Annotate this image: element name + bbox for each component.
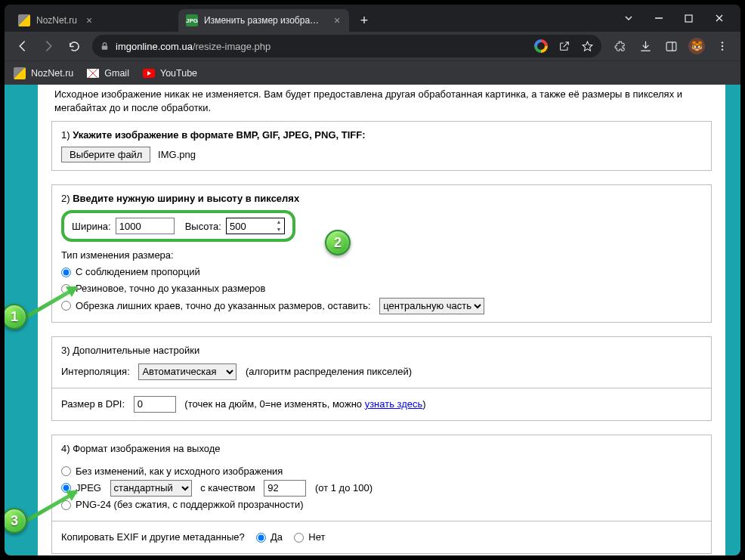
badge-1: 1 — [5, 304, 27, 330]
crop-position-select[interactable]: центральную часть — [379, 298, 484, 314]
exif-label: Копировать EXIF и другие метаданные? — [61, 529, 245, 546]
dpi-label: Размер в DPI: — [61, 396, 125, 413]
bookmark-label: YouTube — [160, 68, 197, 79]
sidepanel-button[interactable] — [659, 34, 683, 58]
radio-label: Нет — [308, 529, 325, 546]
bookmark-gmail[interactable]: Gmail — [87, 67, 129, 79]
tab-label: Изменить размер изображения — [204, 15, 325, 26]
tab-label: NozNet.ru — [36, 15, 77, 26]
titlebar: NozNet.ru × JPG Изменить размер изображе… — [5, 5, 740, 32]
svg-point-5 — [722, 42, 723, 43]
window-controls — [614, 5, 740, 32]
badge-3: 3 — [5, 508, 27, 534]
minimize-icon[interactable] — [654, 14, 669, 23]
bookmarks-bar: NozNet.ru Gmail YouTube — [5, 60, 740, 85]
page-content[interactable]: Исходное изображение никак не изменяется… — [38, 85, 725, 555]
radio-label: PNG-24 (без сжатия, с поддержкой прозрач… — [76, 497, 304, 513]
choose-file-button[interactable]: Выберите файл — [61, 147, 150, 162]
svg-rect-1 — [685, 15, 692, 22]
close-window-icon[interactable] — [715, 14, 730, 23]
radio-keep-proportions[interactable] — [61, 268, 71, 277]
svg-rect-3 — [666, 42, 676, 50]
bookmark-youtube[interactable]: YouTube — [143, 67, 197, 79]
reload-button[interactable] — [62, 34, 86, 58]
new-tab-button[interactable]: + — [354, 10, 375, 31]
browser-window: NozNet.ru × JPG Изменить размер изображе… — [5, 5, 740, 555]
address-bar[interactable]: imgonline.com.ua/resize-image.php — [92, 35, 601, 57]
gmail-icon — [87, 67, 99, 79]
close-icon[interactable]: × — [334, 14, 340, 26]
back-button[interactable] — [11, 34, 35, 58]
section-advanced: 3) Дополнительные настройки Интерполяция… — [51, 336, 712, 421]
badge-2: 2 — [325, 230, 351, 255]
bookmark-label: Gmail — [104, 68, 129, 79]
maximize-icon[interactable] — [685, 14, 700, 23]
quality-label: с качеством — [200, 480, 255, 497]
width-label: Ширина: — [72, 221, 111, 232]
toolbar: imgonline.com.ua/resize-image.php 🐯 — [5, 32, 740, 60]
section-dimensions: 2) Введите нужную ширину и высоту в пикс… — [51, 184, 712, 322]
dimensions-highlight: Ширина: Высота: ▲▼ — [61, 210, 295, 242]
intro-text: Исходное изображение никак не изменяется… — [51, 85, 712, 121]
chevron-down-icon[interactable] — [624, 14, 639, 23]
radio-label: Да — [270, 529, 283, 546]
radio-label: Обрезка лишних краев, точно до указанных… — [76, 298, 371, 314]
section-title: 4) Формат изображения на выходе — [61, 443, 702, 454]
section-upload: 1) Укажите изображение в формате BMP, GI… — [51, 121, 712, 171]
close-icon[interactable]: × — [86, 14, 92, 26]
google-icon[interactable] — [534, 39, 548, 53]
favicon-noznet — [18, 14, 30, 26]
tab-strip: NozNet.ru × JPG Изменить размер изображе… — [5, 5, 614, 32]
interpolation-label: Интерполяция: — [61, 364, 130, 380]
page-viewport: Исходное изображение никак не изменяется… — [5, 85, 740, 555]
youtube-icon — [143, 67, 155, 79]
spinner-icon[interactable]: ▲▼ — [274, 218, 284, 234]
dpi-note: (точек на дюйм, 0=не изменять, можно узн… — [184, 396, 425, 413]
radio-format-same[interactable] — [61, 466, 71, 476]
radio-label: Резиновое, точно до указанных размеров — [76, 280, 265, 297]
radio-label: Без изменений, как у исходного изображен… — [76, 463, 283, 480]
lock-icon — [100, 42, 110, 51]
forward-button[interactable] — [36, 34, 60, 58]
favicon-noznet — [14, 67, 26, 79]
downloads-button[interactable] — [633, 34, 657, 58]
quality-input[interactable] — [264, 480, 306, 497]
svg-point-6 — [722, 45, 723, 47]
favicon-jpg: JPG — [186, 14, 198, 26]
share-icon[interactable] — [558, 40, 570, 52]
radio-exif-no[interactable] — [294, 533, 304, 543]
menu-button[interactable] — [710, 34, 734, 58]
tab-imgonline[interactable]: JPG Изменить размер изображения × — [178, 9, 349, 32]
radio-crop[interactable] — [61, 301, 71, 311]
radio-exif-yes[interactable] — [256, 533, 266, 543]
section-title: 2) Введите нужную ширину и высоту в пикс… — [61, 193, 702, 204]
section-output-format: 4) Формат изображения на выходе Без изме… — [51, 435, 712, 554]
selected-filename: IMG.png — [158, 149, 196, 160]
star-icon[interactable] — [581, 40, 594, 53]
section-title: 3) Дополнительные настройки — [61, 345, 702, 356]
dpi-input[interactable] — [134, 396, 176, 413]
jpeg-type-select[interactable]: стандартный — [110, 480, 192, 497]
profile-avatar[interactable]: 🐯 — [685, 34, 709, 58]
height-label: Высота: — [185, 221, 221, 232]
width-input[interactable] — [116, 218, 175, 234]
interpolation-note: (алгоритм распределения пикселей) — [246, 364, 412, 380]
svg-rect-2 — [102, 45, 108, 49]
bookmark-label: NozNet.ru — [31, 68, 73, 79]
radio-label: С соблюдением пропорций — [76, 264, 200, 280]
svg-point-7 — [722, 48, 723, 50]
bookmark-noznet[interactable]: NozNet.ru — [14, 67, 73, 79]
section-title: 1) Укажите изображение в формате BMP, GI… — [61, 129, 702, 141]
resize-type-label: Тип изменения размера: — [61, 249, 702, 261]
interpolation-select[interactable]: Автоматическая — [138, 364, 236, 380]
extensions-button[interactable] — [607, 34, 632, 58]
quality-note: (от 1 до 100) — [315, 480, 372, 497]
url-text: imgonline.com.ua/resize-image.php — [116, 41, 528, 52]
dpi-help-link[interactable]: узнать здесь — [365, 398, 423, 410]
tab-noznet[interactable]: NozNet.ru × — [11, 9, 178, 32]
